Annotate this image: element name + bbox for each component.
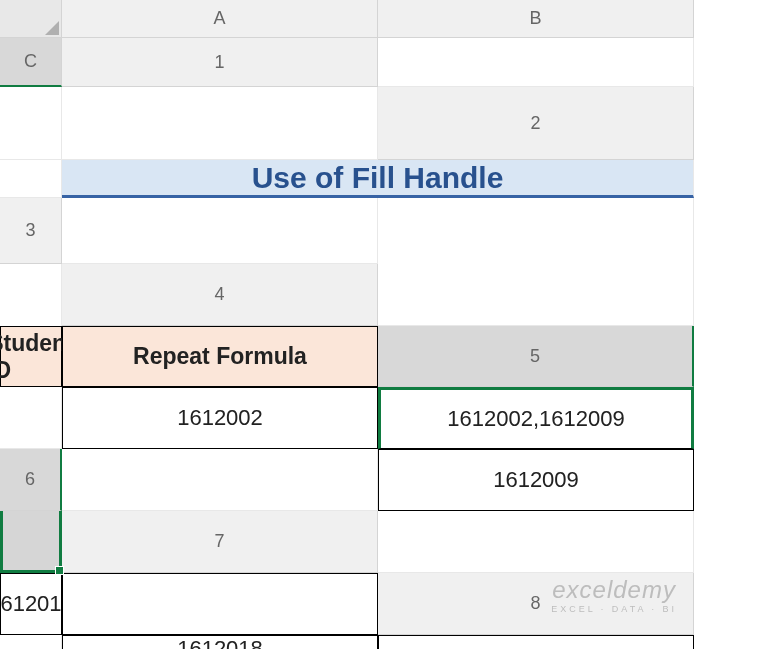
cell-c3[interactable] [0,264,62,326]
title-cell[interactable]: Use of Fill Handle [62,160,694,198]
cell-c8[interactable] [378,635,694,649]
cell-a3[interactable] [62,198,378,264]
row-header-1[interactable]: 1 [62,38,378,87]
cell-b8[interactable]: 1612018 [62,635,378,649]
cell-a2[interactable] [0,160,62,198]
cell-a6[interactable] [62,449,378,511]
cell-a8[interactable] [0,635,62,649]
row-header-2[interactable]: 2 [378,87,694,160]
cell-c1[interactable] [62,87,378,160]
row-header-6[interactable]: 6 [0,449,62,511]
header-repeat-formula[interactable]: Repeat Formula [62,326,378,387]
cell-b7[interactable]: 1612014 [0,573,62,635]
cell-c7[interactable] [62,573,378,635]
cell-b5[interactable]: 1612002 [62,387,378,449]
select-all-corner[interactable] [0,0,62,38]
row-header-7[interactable]: 7 [62,511,378,573]
col-header-c[interactable]: C [0,38,62,87]
cell-a5[interactable] [0,387,62,449]
row-header-8[interactable]: 8 [378,573,694,635]
row-header-3[interactable]: 3 [0,198,62,264]
cell-b6[interactable]: 1612009 [378,449,694,511]
cell-b1[interactable] [0,87,62,160]
cell-a4[interactable] [378,264,694,326]
cell-a1[interactable] [378,38,694,87]
col-header-b[interactable]: B [378,0,694,38]
fill-handle[interactable] [55,566,64,575]
cell-c5[interactable]: 1612002,1612009 [378,387,694,449]
row-header-5[interactable]: 5 [378,326,694,387]
header-student-id[interactable]: Student ID [0,326,62,387]
row-header-4[interactable]: 4 [62,264,378,326]
spreadsheet-grid: A B C 1 2 Use of Fill Handle 3 4 Student… [0,0,767,649]
col-header-a[interactable]: A [62,0,378,38]
cell-a7[interactable] [378,511,694,573]
cell-b3[interactable] [378,198,694,264]
cell-c6[interactable] [0,511,62,573]
